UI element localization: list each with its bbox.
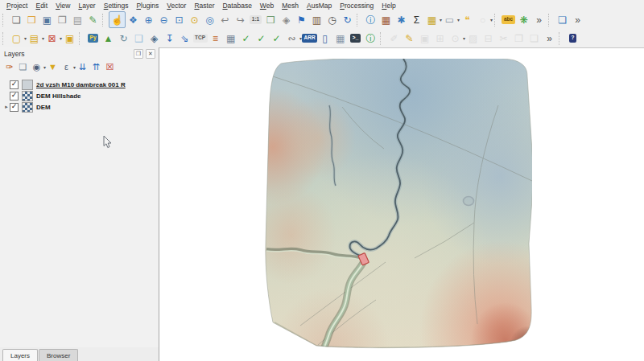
layer-visibility-checkbox[interactable]: ✓ — [10, 92, 19, 101]
options-button[interactable]: ✱ — [394, 12, 409, 27]
save-edits-button[interactable]: ▣ — [417, 31, 432, 46]
paste-features-button[interactable]: ❏ — [526, 31, 542, 46]
menu-raster[interactable]: Raster — [190, 1, 218, 10]
nominatim-search-dropdown-arrow[interactable]: ▾ — [490, 17, 493, 23]
layout-manager-button[interactable]: ▤ — [70, 12, 85, 27]
add-group-button[interactable]: ❏ — [16, 60, 30, 74]
manage-map-themes-button[interactable]: ◉ — [30, 60, 43, 74]
topology-checker-button[interactable]: ✓ — [269, 31, 284, 46]
layer-visibility-checkbox[interactable]: ✓ — [10, 103, 19, 112]
new-project-button[interactable]: ❏ — [9, 12, 24, 27]
menu-database[interactable]: Database — [218, 1, 255, 10]
toolbar-overflow-a-button[interactable]: » — [531, 12, 547, 27]
save-project-button[interactable]: ▣ — [39, 12, 55, 27]
toolbar-overflow-b-button[interactable]: » — [570, 12, 585, 27]
layer-label[interactable]: 2d vzsh M10 dambreak 001 R — [36, 81, 126, 88]
measure-button[interactable]: ▭ — [442, 12, 457, 27]
select-by-form-button[interactable]: ▤ — [27, 31, 42, 46]
terrain-tools-button[interactable]: ▲ — [101, 31, 116, 46]
select-by-value-button[interactable]: ▣ — [62, 31, 77, 46]
import-layer-button[interactable]: ↧ — [162, 31, 177, 46]
arr-data-tool-button[interactable]: ARR — [302, 31, 317, 46]
current-edits-button[interactable]: ✐ — [386, 31, 402, 46]
vertex-tool-button[interactable]: ⊙ — [448, 31, 463, 46]
zoom-out-button[interactable]: ⊖ — [156, 12, 171, 27]
collapse-all-button[interactable]: ⇈ — [89, 60, 103, 74]
toggle-editing-button[interactable]: ✎ — [402, 31, 417, 46]
layer-visibility-checkbox[interactable]: ✓ — [10, 80, 19, 89]
deselect-features-button[interactable]: ⊠ — [44, 31, 60, 46]
copy-features-button[interactable]: ❐ — [511, 31, 526, 46]
map-canvas[interactable] — [159, 47, 644, 361]
tab-layers[interactable]: Layers — [2, 349, 38, 361]
metadata-info-button[interactable]: ⓘ — [363, 31, 378, 46]
open-project-button[interactable]: ❒ — [24, 12, 39, 27]
tcp-connection-button[interactable]: TCP — [192, 31, 208, 46]
georeferencer-button[interactable]: ◈ — [147, 31, 162, 46]
zoom-to-selection-button[interactable]: ⊙ — [187, 12, 202, 27]
panel-close-button[interactable]: ✕ — [146, 49, 155, 59]
duplicate-layers-button[interactable]: ❏ — [555, 12, 570, 27]
refresh-map-button[interactable]: ↻ — [340, 12, 355, 27]
new-3d-map-view-button[interactable]: ◈ — [279, 12, 294, 27]
os-console-button[interactable]: >_ — [348, 31, 363, 46]
layer-row-0[interactable]: ✓2d vzsh M10 dambreak 001 R — [0, 79, 159, 90]
new-print-layout-button[interactable]: ❐ — [55, 12, 70, 27]
toolbar-overflow-c-button[interactable]: » — [542, 31, 557, 46]
map-tips-button[interactable]: ❝ — [460, 12, 475, 27]
identify-features-button[interactable]: ⓘ — [363, 12, 378, 27]
statistics-panel-button[interactable]: ▦ — [378, 12, 394, 27]
menu-project[interactable]: Project — [2, 1, 31, 10]
filter-legend-button[interactable]: ▼ — [46, 60, 60, 74]
zoom-in-button[interactable]: ⊕ — [141, 12, 156, 27]
cut-features-button[interactable]: ✂ — [496, 31, 511, 46]
check-validity-button[interactable]: ✓ — [254, 31, 269, 46]
model-designer-button[interactable]: ❑ — [131, 31, 147, 46]
open-layer-styling-button[interactable]: ✑ — [2, 60, 16, 74]
panel-float-button[interactable]: ❐ — [134, 49, 143, 59]
delete-selected-button[interactable]: ⊟ — [481, 31, 496, 46]
grid-tool-button[interactable]: ▦ — [332, 31, 348, 46]
python-console-button[interactable]: Py — [85, 31, 101, 46]
add-feature-button[interactable]: ⊞ — [432, 31, 448, 46]
style-manager-button[interactable]: ✎ — [85, 12, 101, 27]
show-bookmarks-button[interactable]: ▥ — [309, 12, 324, 27]
expander-icon[interactable]: ▸ — [3, 104, 10, 110]
new-spatial-bookmark-button[interactable]: ⚑ — [294, 12, 309, 27]
menu-plugins[interactable]: Plugins — [132, 1, 163, 10]
expand-all-button[interactable]: ⇊ — [76, 60, 89, 74]
select-features-button[interactable]: ▢ — [9, 31, 24, 46]
modify-attributes-button[interactable]: ▨ — [465, 31, 481, 46]
nominatim-search-button[interactable]: ○ — [475, 12, 490, 27]
show-statistical-summary-button[interactable]: Σ — [409, 12, 424, 27]
menu-processing[interactable]: Processing — [336, 1, 378, 10]
help-button[interactable]: ? — [565, 31, 580, 46]
zoom-last-button[interactable]: ↩ — [217, 12, 233, 27]
menu-settings[interactable]: Settings — [100, 1, 133, 10]
menu-layer[interactable]: Layer — [74, 1, 99, 10]
remove-layer-button[interactable]: ☒ — [103, 60, 117, 74]
menu-mesh[interactable]: Mesh — [278, 1, 303, 10]
menu-view[interactable]: View — [52, 1, 74, 10]
export-layer-button[interactable]: ⇘ — [177, 31, 192, 46]
attachments-button[interactable]: ∾ — [284, 31, 299, 46]
layer-label[interactable]: DEM — [36, 104, 51, 111]
menu-vector[interactable]: Vector — [163, 1, 190, 10]
menu-edit[interactable]: Edit — [31, 1, 52, 10]
zoom-native-button[interactable]: 1:1 — [248, 12, 263, 27]
pan-to-selection-button[interactable]: ❖ — [126, 12, 141, 27]
layer-label[interactable]: DEM Hillshade — [36, 92, 81, 100]
notes-document-button[interactable]: ▯ — [317, 31, 332, 46]
temporal-controller-button[interactable]: ◷ — [324, 12, 340, 27]
zoom-full-button[interactable]: ⊡ — [171, 12, 187, 27]
new-map-view-button[interactable]: ❒ — [263, 12, 279, 27]
zoom-next-button[interactable]: ↪ — [233, 12, 248, 27]
processing-history-button[interactable]: ↻ — [116, 31, 131, 46]
open-field-calculator-button[interactable]: ▦ — [424, 12, 440, 27]
layer-diagram-button[interactable]: ❋ — [516, 12, 531, 27]
menu-web[interactable]: Web — [256, 1, 278, 10]
layer-row-2[interactable]: ▸✓DEM — [0, 101, 159, 113]
menu-help[interactable]: Help — [378, 1, 399, 10]
tab-browser[interactable]: Browser — [39, 349, 78, 361]
check-geometry-button[interactable]: ✓ — [238, 31, 254, 46]
